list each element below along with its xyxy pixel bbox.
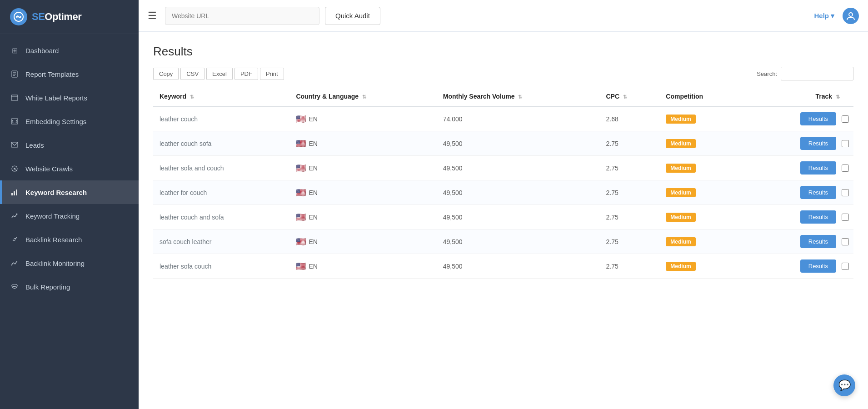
competition-badge: Medium — [666, 213, 695, 222]
col-track[interactable]: Track ⇅ — [748, 87, 853, 106]
svg-rect-18 — [11, 193, 13, 195]
track-checkbox[interactable] — [842, 263, 849, 270]
sidebar-item-bulk-reporting[interactable]: Bulk Reporting — [0, 275, 139, 299]
cell-cpc: 2.75 — [599, 205, 659, 229]
cell-monthly-volume: 49,500 — [437, 156, 600, 180]
results-button[interactable]: Results — [800, 235, 836, 248]
svg-point-16 — [14, 168, 15, 170]
cell-competition: Medium — [659, 205, 748, 229]
print-button[interactable]: Print — [260, 68, 284, 80]
competition-badge: Medium — [666, 262, 695, 271]
sidebar-item-embedding-settings[interactable]: Embedding Settings — [0, 110, 139, 133]
sidebar-item-dashboard[interactable]: ⊞ Dashboard — [0, 39, 139, 62]
help-button[interactable]: Help ▾ — [814, 12, 834, 20]
col-country-language[interactable]: Country & Language ⇅ — [289, 87, 436, 106]
sidebar-item-label: White Label Reports — [25, 94, 87, 102]
topbar-right: Help ▾ — [814, 8, 859, 24]
excel-button[interactable]: Excel — [206, 68, 233, 80]
results-button[interactable]: Results — [800, 210, 836, 224]
svg-point-21 — [16, 214, 18, 215]
competition-badge: Medium — [666, 115, 695, 124]
cell-keyword: leather sofa and couch — [153, 156, 289, 180]
monthly-sort-icon[interactable]: ⇅ — [518, 94, 522, 100]
table-row: leather sofa couch 🇺🇸 EN 49,500 2.75 Med… — [153, 254, 853, 279]
search-label: Search: — [757, 70, 777, 77]
pdf-button[interactable]: PDF — [234, 68, 258, 80]
keyword-link[interactable]: leather for couch — [160, 189, 207, 196]
sidebar-item-report-templates[interactable]: Report Templates — [0, 62, 139, 86]
cell-competition: Medium — [659, 106, 748, 131]
cell-track: Results — [748, 180, 853, 205]
website-url-input[interactable] — [165, 7, 319, 25]
sidebar-item-label: Backlink Research — [25, 236, 82, 244]
results-button[interactable]: Results — [800, 112, 836, 125]
svg-rect-7 — [11, 95, 18, 100]
sidebar-item-website-crawls[interactable]: Website Crawls — [0, 157, 139, 180]
logo-area: SEOptimer — [0, 0, 139, 34]
svg-line-13 — [16, 121, 17, 123]
quick-audit-button[interactable]: Quick Audit — [325, 7, 380, 25]
bulk-reporting-icon — [10, 282, 19, 291]
track-checkbox[interactable] — [842, 115, 849, 123]
sidebar-item-white-label-reports[interactable]: White Label Reports — [0, 86, 139, 110]
track-sort-icon[interactable]: ⇅ — [836, 94, 840, 100]
leads-icon — [10, 140, 19, 150]
sidebar-item-keyword-research[interactable]: Keyword Research — [0, 180, 139, 204]
cell-cpc: 2.75 — [599, 254, 659, 279]
track-checkbox[interactable] — [842, 238, 849, 245]
cpc-sort-icon[interactable]: ⇅ — [623, 94, 627, 100]
col-keyword[interactable]: Keyword ⇅ — [153, 87, 289, 106]
language-code: EN — [309, 165, 317, 172]
track-checkbox[interactable] — [842, 214, 849, 221]
results-title: Results — [153, 45, 853, 59]
cell-competition: Medium — [659, 254, 748, 279]
country-sort-icon[interactable]: ⇅ — [362, 94, 366, 100]
table-search-input[interactable] — [781, 67, 853, 80]
col-competition[interactable]: Competition — [659, 87, 748, 106]
cell-country-language: 🇺🇸 EN — [289, 180, 436, 205]
keyword-sort-icon[interactable]: ⇅ — [190, 94, 194, 100]
csv-button[interactable]: CSV — [180, 68, 205, 80]
keyword-link[interactable]: leather sofa and couch — [160, 165, 224, 172]
cell-cpc: 2.75 — [599, 229, 659, 254]
keyword-link[interactable]: leather couch and sofa — [160, 214, 224, 221]
copy-button[interactable]: Copy — [153, 68, 179, 80]
embedding-icon — [10, 117, 19, 126]
col-monthly-search-volume[interactable]: Monthly Search Volume ⇅ — [437, 87, 600, 106]
cell-cpc: 2.75 — [599, 180, 659, 205]
table-row: sofa couch leather 🇺🇸 EN 49,500 2.75 Med… — [153, 229, 853, 254]
col-cpc[interactable]: CPC ⇅ — [599, 87, 659, 106]
cell-cpc: 2.75 — [599, 131, 659, 156]
cell-country-language: 🇺🇸 EN — [289, 156, 436, 180]
flag-icon: 🇺🇸 — [296, 163, 306, 173]
sidebar-item-backlink-monitoring[interactable]: Backlink Monitoring — [0, 251, 139, 275]
language-code: EN — [309, 115, 317, 123]
results-button[interactable]: Results — [800, 137, 836, 150]
track-checkbox[interactable] — [842, 140, 849, 147]
keyword-link[interactable]: sofa couch leather — [160, 238, 211, 245]
keyword-link[interactable]: leather couch sofa — [160, 140, 211, 147]
dashboard-icon: ⊞ — [10, 46, 19, 55]
main-area: ☰ Quick Audit Help ▾ Results Copy CSV Ex… — [139, 0, 868, 409]
help-dropdown-icon: ▾ — [831, 12, 834, 20]
sidebar-item-backlink-research[interactable]: Backlink Research — [0, 228, 139, 251]
results-button[interactable]: Results — [800, 186, 836, 199]
cell-track: Results — [748, 205, 853, 229]
report-templates-icon — [10, 70, 19, 79]
keyword-link[interactable]: leather couch — [160, 115, 198, 123]
sidebar-item-keyword-tracking[interactable]: Keyword Tracking — [0, 204, 139, 228]
menu-toggle-icon[interactable]: ☰ — [148, 10, 157, 22]
language-code: EN — [309, 263, 317, 270]
results-button[interactable]: Results — [800, 161, 836, 175]
svg-rect-14 — [11, 142, 18, 147]
sidebar-item-leads[interactable]: Leads — [0, 133, 139, 157]
svg-line-12 — [16, 120, 17, 121]
keyword-tracking-icon — [10, 211, 19, 220]
track-checkbox[interactable] — [842, 165, 849, 172]
track-checkbox[interactable] — [842, 189, 849, 196]
user-avatar[interactable] — [843, 8, 859, 24]
chat-bubble[interactable]: 💬 — [833, 374, 855, 396]
results-button[interactable]: Results — [800, 259, 836, 273]
keyword-link[interactable]: leather sofa couch — [160, 263, 211, 270]
cell-keyword: sofa couch leather — [153, 229, 289, 254]
